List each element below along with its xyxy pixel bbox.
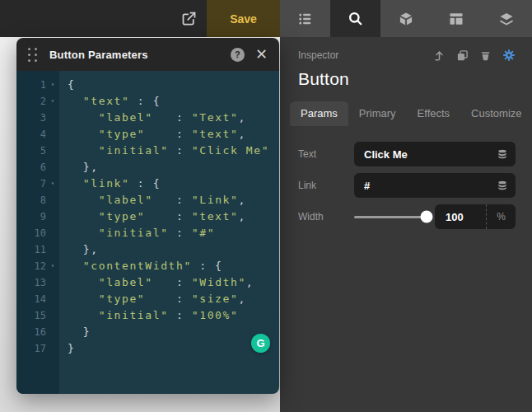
code-line: 10 "initial" : "#" [16, 225, 279, 241]
duplicate-button[interactable] [456, 49, 469, 62]
inspector-tabs: Params Primary Effects Customize [290, 101, 516, 126]
width-number-input[interactable]: 100 % [435, 204, 516, 229]
fold-arrow-icon[interactable]: ▾ [46, 176, 59, 192]
tab-params[interactable]: Params [290, 101, 348, 126]
width-field-label: Width [298, 211, 354, 222]
code-line: 3 "label" : "Text", [16, 110, 279, 126]
slider-knob[interactable] [421, 211, 433, 223]
text-input-value: Click Me [364, 148, 408, 161]
toolbar-tab-components[interactable] [380, 0, 431, 37]
tab-primary[interactable]: Primary [348, 101, 407, 126]
fold-spacer [46, 225, 59, 241]
panel-title: Button Parameters [49, 49, 148, 61]
text-field-row: Text Click Me [298, 142, 516, 166]
link-input-value: # [364, 180, 370, 192]
export-icon [180, 10, 198, 27]
toolbar-tab-search[interactable] [330, 0, 380, 37]
code-line: 6 }, [16, 159, 279, 176]
tab-effects[interactable]: Effects [407, 101, 461, 126]
inspector-label: Inspector [298, 49, 338, 61]
page-title: Button [298, 69, 516, 89]
grammarly-icon[interactable]: G [251, 334, 270, 353]
code-line: 7▾ "link" : { [16, 176, 279, 192]
fold-spacer [46, 110, 59, 126]
toolbar-tab-outline[interactable] [280, 0, 330, 37]
width-unit: % [486, 204, 516, 229]
fold-spacer [46, 340, 59, 357]
layout-icon [448, 11, 464, 27]
data-binding-icon[interactable] [497, 180, 508, 191]
link-field-row: Link # [298, 173, 516, 198]
fold-arrow-icon[interactable]: ▾ [46, 77, 59, 93]
fold-spacer [46, 274, 59, 291]
code-line: 11 }, [16, 241, 279, 258]
gear-icon [502, 49, 516, 62]
code-line: 4 "type" : "text", [16, 126, 279, 143]
text-input[interactable]: Click Me [354, 142, 516, 166]
code-line: 9 "type" : "text", [16, 208, 279, 225]
link-field-label: Link [298, 180, 354, 191]
code-lines: 1▾{2▾ "text" : {3 "label" : "Text",4 "ty… [16, 77, 279, 357]
text-field-label: Text [298, 148, 354, 160]
arrow-up-icon [433, 49, 446, 62]
code-line: 2▾ "text" : { [16, 93, 279, 110]
code-line: 12▾ "contentWidth" : { [16, 258, 279, 274]
fold-spacer [46, 208, 59, 225]
width-value: 100 [435, 211, 486, 223]
code-line: 16 } [16, 324, 279, 340]
inspector-panel: Inspector [280, 0, 532, 412]
fold-spacer [46, 324, 59, 340]
code-line: 5 "initial" : "Click Me" [16, 143, 279, 159]
view-toolbar [280, 0, 532, 37]
data-binding-icon[interactable] [497, 148, 508, 160]
code-line: 14 "type" : "size", [16, 291, 279, 307]
close-icon[interactable]: ✕ [255, 47, 268, 62]
inspector-header: Inspector [298, 49, 516, 62]
fold-arrow-icon[interactable]: ▾ [46, 258, 59, 274]
toolbar-tab-layout[interactable] [432, 0, 482, 37]
cube-icon [398, 11, 414, 27]
fold-spacer [46, 143, 59, 159]
code-line: 1▾{ [16, 77, 279, 93]
trash-icon [479, 49, 492, 62]
fold-spacer [46, 307, 59, 324]
code-editor[interactable]: 1▾{2▾ "text" : {3 "label" : "Text",4 "ty… [16, 71, 279, 394]
export-button[interactable] [170, 0, 207, 37]
fold-spacer [46, 159, 59, 176]
drag-handle-icon[interactable] [28, 48, 38, 62]
fold-spacer [46, 291, 59, 307]
inspector-content: Inspector [280, 49, 532, 229]
code-line: 13 "label" : "Width", [16, 274, 279, 291]
layers-icon [498, 11, 515, 27]
toolbar-tab-layers[interactable] [482, 0, 532, 37]
code-line: 8 "label" : "Link", [16, 192, 279, 208]
inspector-actions [433, 49, 516, 62]
width-field-row: Width 100 % [298, 204, 516, 229]
width-slider[interactable] [354, 204, 427, 229]
copy-icon [456, 49, 469, 62]
slider-track [354, 216, 427, 218]
settings-button[interactable] [502, 49, 516, 62]
button-parameters-panel: Button Parameters ? ✕ 1▾{2▾ "text" : {3 … [16, 38, 279, 394]
fold-spacer [46, 192, 59, 208]
search-icon [348, 11, 363, 26]
code-line: 17} [16, 340, 279, 357]
help-button[interactable]: ? [231, 48, 245, 62]
panel-header-actions: ? ✕ [231, 47, 268, 62]
link-input[interactable]: # [354, 173, 516, 198]
params-fields: Text Click Me Link # [298, 142, 516, 229]
fold-spacer [46, 241, 59, 258]
bullet-list-icon [297, 11, 314, 27]
fold-spacer [46, 126, 59, 143]
fold-arrow-icon[interactable]: ▾ [46, 93, 59, 110]
save-button[interactable]: Save [207, 0, 280, 37]
code-line: 15 "initial" : "100%" [16, 307, 279, 324]
top-bar: Save [0, 0, 280, 37]
panel-header: Button Parameters ? ✕ [16, 38, 279, 71]
tab-customize[interactable]: Customize [460, 101, 532, 126]
promote-button[interactable] [433, 49, 446, 62]
delete-button[interactable] [479, 49, 492, 62]
